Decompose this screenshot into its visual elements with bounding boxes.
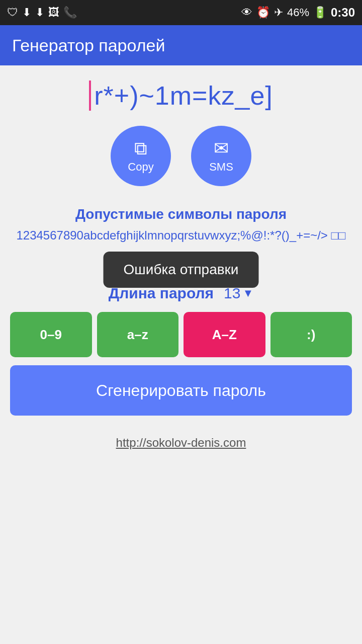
- alarm-icon: ⏰: [256, 6, 270, 19]
- download-icon-2: ⬇: [35, 6, 44, 19]
- allowed-chars-section: Допустимые символы пароля 1234567890abcd…: [10, 206, 352, 245]
- battery-level: 46%: [287, 6, 309, 19]
- allowed-chars-value: 1234567890abcdefghijklmnopqrstuvwxyz;%@!…: [10, 226, 352, 245]
- password-text: r*+)~1m=kz_e]: [89, 80, 273, 111]
- password-display: r*+)~1m=kz_e]: [10, 80, 352, 111]
- download-icon-1: ⬇: [22, 6, 31, 19]
- charset-buttons: 0–9 a–z A–Z :): [10, 312, 352, 357]
- copy-button[interactable]: Copy: [111, 126, 171, 186]
- generate-button-label: Сгенерировать пароль: [96, 381, 266, 399]
- charset-btn-special[interactable]: :): [270, 312, 352, 357]
- footer: http://sokolov-denis.com: [10, 426, 352, 465]
- dropdown-arrow-icon: ▼: [242, 287, 253, 300]
- status-icons-left: 🛡 ⬇ ⬇ 🖼 📞: [7, 6, 77, 19]
- generate-button[interactable]: Сгенерировать пароль: [10, 365, 352, 416]
- main-content: r*+)~1m=kz_e] Copy SMS Допустимые символ…: [0, 65, 362, 644]
- toast-notification: Ошибка отправки: [104, 252, 259, 288]
- eye-icon: 👁: [241, 6, 252, 19]
- status-icons-right: 👁 ⏰ ✈ 46% 🔋 0:30: [241, 6, 355, 20]
- charset-btn-lower[interactable]: a–z: [97, 312, 179, 357]
- status-time: 0:30: [331, 6, 355, 20]
- viber-icon: 📞: [63, 6, 77, 19]
- battery-icon: 🔋: [313, 6, 327, 19]
- charset-btn-upper[interactable]: A–Z: [184, 312, 265, 357]
- shield-icon: 🛡: [7, 6, 18, 19]
- sms-button[interactable]: SMS: [191, 126, 251, 186]
- app-bar: Генератор паролей: [0, 25, 362, 65]
- copy-label: Copy: [128, 160, 153, 174]
- app-title: Генератор паролей: [12, 36, 165, 55]
- footer-link[interactable]: http://sokolov-denis.com: [116, 436, 246, 449]
- airplane-icon: ✈: [274, 6, 283, 19]
- copy-icon: [134, 138, 147, 157]
- action-buttons: Copy SMS: [111, 126, 251, 186]
- sms-label: SMS: [209, 160, 233, 174]
- image-icon: 🖼: [48, 6, 59, 19]
- allowed-chars-title: Допустимые символы пароля: [10, 206, 352, 222]
- status-bar: 🛡 ⬇ ⬇ 🖼 📞 👁 ⏰ ✈ 46% 🔋 0:30: [0, 0, 362, 25]
- toast-message: Ошибка отправки: [124, 262, 239, 277]
- sms-icon: [214, 138, 229, 157]
- charset-btn-digits[interactable]: 0–9: [10, 312, 92, 357]
